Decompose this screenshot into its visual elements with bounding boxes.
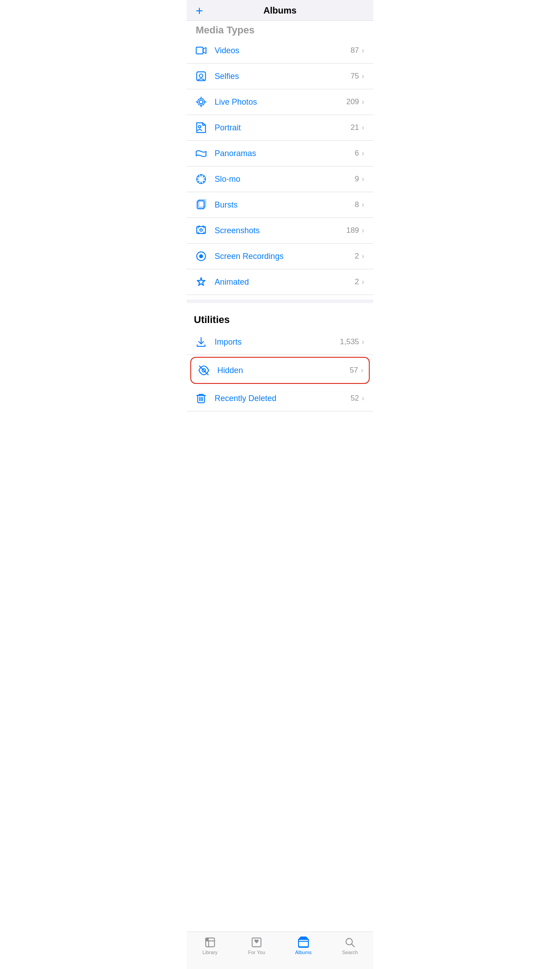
list-item-imports[interactable]: Imports 1,535 ›	[187, 329, 373, 355]
bursts-chevron: ›	[362, 200, 364, 209]
animated-count: 2	[355, 277, 359, 286]
video-icon	[194, 43, 208, 58]
list-item-panoramas[interactable]: Panoramas 6 ›	[187, 141, 373, 166]
panoramas-count: 6	[355, 149, 359, 158]
list-item-screenshots[interactable]: Screenshots 189 ›	[187, 218, 373, 244]
hidden-count: 57	[349, 366, 358, 375]
live-photos-count: 209	[346, 97, 359, 106]
recently-deleted-label: Recently Deleted	[215, 394, 350, 403]
screenshots-count: 189	[346, 226, 359, 235]
list-item-screen-recordings[interactable]: Screen Recordings 2 ›	[187, 244, 373, 269]
hidden-label: Hidden	[217, 366, 349, 375]
svg-line-17	[203, 181, 204, 182]
selfies-label: Selfies	[215, 72, 350, 81]
hidden-icon	[197, 363, 211, 378]
slomo-count: 9	[355, 175, 359, 184]
svg-rect-0	[196, 47, 203, 54]
screen-recordings-chevron: ›	[362, 252, 364, 261]
trash-icon	[194, 391, 208, 406]
add-album-button[interactable]: +	[196, 5, 203, 17]
slomo-label: Slo-mo	[215, 175, 355, 184]
svg-point-26	[199, 254, 203, 258]
live-photos-label: Live Photos	[215, 97, 346, 107]
imports-label: Imports	[215, 337, 340, 347]
svg-line-16	[198, 176, 199, 177]
hidden-chevron: ›	[361, 366, 363, 375]
screen-recording-icon	[194, 249, 208, 263]
screen-recordings-count: 2	[355, 252, 359, 261]
videos-label: Videos	[215, 46, 350, 55]
imports-count: 1,535	[340, 337, 359, 346]
header: + Albums	[187, 0, 373, 21]
import-icon	[194, 335, 208, 349]
animated-icon	[194, 275, 208, 289]
section-header-partial: Media Types	[187, 21, 373, 38]
videos-chevron: ›	[362, 46, 364, 55]
portrait-label: Portrait	[215, 123, 350, 133]
list-item-slo-mo[interactable]: Slo-mo 9 ›	[187, 166, 373, 192]
recently-deleted-chevron: ›	[362, 394, 364, 403]
portrait-icon	[194, 120, 208, 135]
screenshot-icon	[194, 223, 208, 238]
portrait-count: 21	[350, 123, 359, 132]
svg-point-10	[198, 125, 201, 128]
list-item-animated[interactable]: Animated 2 ›	[187, 269, 373, 295]
live-photo-icon	[194, 95, 208, 109]
live-photos-chevron: ›	[362, 97, 364, 106]
bursts-icon	[194, 198, 208, 212]
svg-point-4	[199, 100, 203, 104]
screen-recordings-label: Screen Recordings	[215, 252, 355, 261]
page-title: Albums	[263, 5, 296, 16]
utilities-section-header: Utilities	[187, 303, 373, 329]
bursts-count: 8	[355, 200, 359, 209]
list-item-bursts[interactable]: Bursts 8 ›	[187, 192, 373, 218]
list-item-recently-deleted[interactable]: Recently Deleted 52 ›	[187, 386, 373, 411]
list-item-selfies[interactable]: Selfies 75 ›	[187, 64, 373, 89]
videos-count: 87	[350, 46, 359, 55]
screenshots-chevron: ›	[362, 226, 364, 235]
screenshots-label: Screenshots	[215, 226, 346, 235]
selfies-chevron: ›	[362, 72, 364, 81]
animated-label: Animated	[215, 277, 355, 287]
selfie-icon	[194, 69, 208, 83]
panorama-icon	[194, 146, 208, 161]
list-item-live-photos[interactable]: Live Photos 209 ›	[187, 89, 373, 115]
panoramas-chevron: ›	[362, 149, 364, 158]
svg-point-3	[199, 74, 203, 78]
slomo-icon	[194, 172, 208, 186]
list-item-hidden[interactable]: Hidden 57 ›	[190, 357, 370, 384]
bursts-label: Bursts	[215, 200, 355, 210]
svg-rect-2	[197, 72, 206, 81]
recently-deleted-count: 52	[350, 394, 359, 403]
list-item-portrait[interactable]: Portrait 21 ›	[187, 115, 373, 141]
svg-line-18	[203, 176, 204, 177]
utilities-section: Utilities Imports 1,535 ›	[187, 300, 373, 411]
svg-point-24	[200, 229, 202, 231]
svg-point-5	[197, 98, 204, 105]
panoramas-label: Panoramas	[215, 149, 355, 158]
media-types-section: Media Types Videos 87 › Selfies 75 ›	[187, 21, 373, 295]
list-item-videos[interactable]: Videos 87 ›	[187, 38, 373, 64]
selfies-count: 75	[350, 72, 359, 81]
portrait-chevron: ›	[362, 123, 364, 132]
svg-line-19	[198, 181, 199, 182]
content-area: Media Types Videos 87 › Selfies 75 ›	[187, 21, 373, 448]
svg-marker-1	[203, 48, 206, 54]
animated-chevron: ›	[362, 277, 364, 286]
imports-chevron: ›	[362, 337, 364, 346]
slomo-chevron: ›	[362, 175, 364, 184]
